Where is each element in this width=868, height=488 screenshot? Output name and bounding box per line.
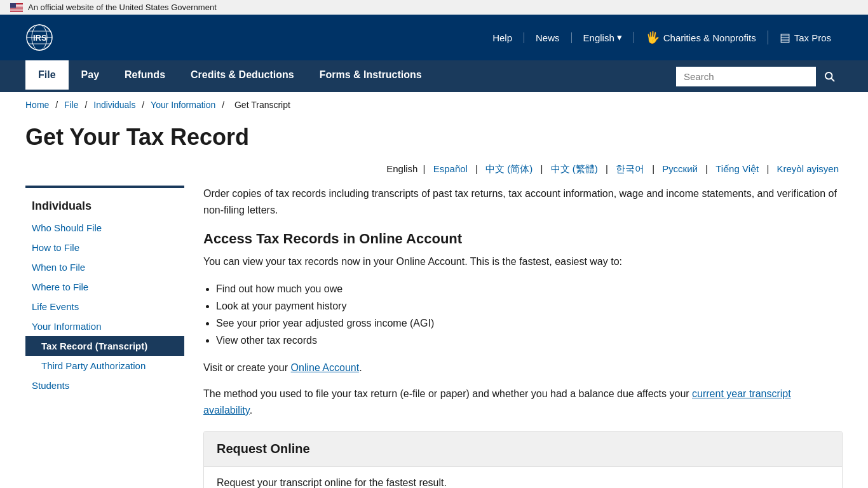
sidebar-item-who-should-file[interactable]: Who Should File bbox=[25, 218, 184, 238]
content-area: Individuals Who Should File How to File … bbox=[0, 186, 868, 488]
sidebar-item-how-to-file[interactable]: How to File bbox=[25, 238, 184, 257]
list-item: Find out how much you owe bbox=[216, 280, 843, 297]
breadcrumb-sep2: / bbox=[85, 100, 90, 110]
help-link[interactable]: Help bbox=[481, 32, 524, 43]
search-area bbox=[676, 60, 843, 92]
lang-vietnamese[interactable]: Tiếng Việt bbox=[715, 163, 759, 174]
section1-title: Access Tax Records in Online Account bbox=[203, 231, 843, 247]
lang-espanol[interactable]: Español bbox=[433, 163, 468, 174]
svg-line-15 bbox=[832, 79, 834, 81]
nav-refunds[interactable]: Refunds bbox=[112, 60, 178, 92]
lang-current: English bbox=[386, 163, 417, 174]
language-bar: English | Español | 中文 (简体) | 中文 (繁體) | … bbox=[178, 163, 868, 186]
section1-note: The method you used to file your tax ret… bbox=[203, 386, 843, 418]
tax-pros-link[interactable]: ▤ Tax Pros bbox=[768, 30, 843, 44]
sidebar-item-students[interactable]: Students bbox=[25, 376, 184, 395]
section1-list: Find out how much you owe Look at your p… bbox=[216, 280, 843, 349]
section1-intro: You can view your tax records now in you… bbox=[203, 254, 843, 270]
main-nav-items: File Pay Refunds Credits & Deductions Fo… bbox=[25, 60, 435, 92]
search-input[interactable] bbox=[676, 67, 816, 86]
breadcrumb-file[interactable]: File bbox=[64, 100, 79, 110]
nav-forms[interactable]: Forms & Instructions bbox=[307, 60, 435, 92]
svg-text:IRS: IRS bbox=[33, 33, 47, 43]
nav-credits[interactable]: Credits & Deductions bbox=[178, 60, 307, 92]
lang-korean[interactable]: 한국어 bbox=[616, 163, 644, 174]
request-online-box: Request Online Request your transcript o… bbox=[203, 431, 843, 488]
breadcrumb-current: Get Transcript bbox=[234, 100, 290, 110]
irs-logo-icon: IRS bbox=[25, 24, 53, 51]
sidebar-item-when-to-file[interactable]: When to File bbox=[25, 257, 184, 277]
request-box-body: Request your transcript online for the f… bbox=[204, 467, 842, 488]
request-box-title: Request Online bbox=[204, 431, 842, 467]
gov-banner: An official website of the United States… bbox=[0, 0, 868, 15]
sidebar-title: Individuals bbox=[25, 194, 184, 218]
breadcrumb-sep4: / bbox=[222, 100, 227, 110]
nav-pay[interactable]: Pay bbox=[69, 60, 112, 92]
us-flag-icon bbox=[10, 3, 23, 12]
page-title: Get Your Tax Record bbox=[0, 118, 868, 163]
sidebar-item-where-to-file[interactable]: Where to File bbox=[25, 277, 184, 297]
main-content: Order copies of tax records including tr… bbox=[203, 186, 843, 488]
lang-russian[interactable]: Русский bbox=[662, 163, 698, 174]
lang-creole[interactable]: Kreyòl ayisyen bbox=[776, 163, 839, 174]
main-nav: File Pay Refunds Credits & Deductions Fo… bbox=[0, 60, 868, 92]
sidebar-item-your-information[interactable]: Your Information bbox=[25, 316, 184, 336]
chevron-down-icon: ▾ bbox=[617, 32, 622, 43]
lang-chinese-simplified[interactable]: 中文 (简体) bbox=[485, 163, 532, 174]
breadcrumb-home[interactable]: Home bbox=[25, 100, 49, 110]
charities-link[interactable]: 🖐 Charities & Nonprofits bbox=[634, 30, 768, 44]
svg-point-14 bbox=[825, 72, 832, 79]
nav-file[interactable]: File bbox=[25, 60, 69, 92]
breadcrumb-your-info[interactable]: Your Information bbox=[151, 100, 215, 110]
language-selector[interactable]: English ▾ bbox=[572, 32, 634, 43]
svg-rect-5 bbox=[10, 9, 23, 10]
lang-chinese-traditional[interactable]: 中文 (繁體) bbox=[551, 163, 598, 174]
sidebar-item-tax-record[interactable]: Tax Record (Transcript) bbox=[25, 336, 184, 356]
logo-area: IRS bbox=[25, 24, 53, 51]
search-icon bbox=[824, 71, 835, 82]
sidebar-item-life-events[interactable]: Life Events bbox=[25, 297, 184, 316]
list-item: See your prior year adjusted gross incom… bbox=[216, 315, 843, 332]
list-item: View other tax records bbox=[216, 332, 843, 349]
sidebar: Individuals Who Should File How to File … bbox=[25, 186, 184, 488]
gov-banner-text: An official website of the United States… bbox=[28, 3, 217, 12]
search-button[interactable] bbox=[816, 66, 843, 86]
breadcrumb: Home / File / Individuals / Your Informa… bbox=[0, 92, 868, 118]
section1-visit: Visit or create your Online Account. bbox=[203, 360, 843, 376]
list-item: Look at your payment history bbox=[216, 297, 843, 315]
svg-rect-6 bbox=[10, 10, 23, 11]
charities-icon: 🖐 bbox=[646, 30, 660, 44]
breadcrumb-individuals[interactable]: Individuals bbox=[93, 100, 135, 110]
breadcrumb-sep3: / bbox=[142, 100, 147, 110]
online-account-link[interactable]: Online Account bbox=[291, 362, 360, 373]
header-nav: Help News English ▾ 🖐 Charities & Nonpro… bbox=[481, 30, 843, 44]
intro-text: Order copies of tax records including tr… bbox=[203, 186, 843, 218]
svg-rect-7 bbox=[10, 3, 16, 8]
sidebar-item-third-party[interactable]: Third Party Authorization bbox=[25, 356, 184, 376]
breadcrumb-sep1: / bbox=[55, 100, 60, 110]
header: IRS Help News English ▾ 🖐 Charities & No… bbox=[0, 15, 868, 60]
news-link[interactable]: News bbox=[524, 32, 572, 43]
tax-pros-icon: ▤ bbox=[780, 30, 790, 44]
